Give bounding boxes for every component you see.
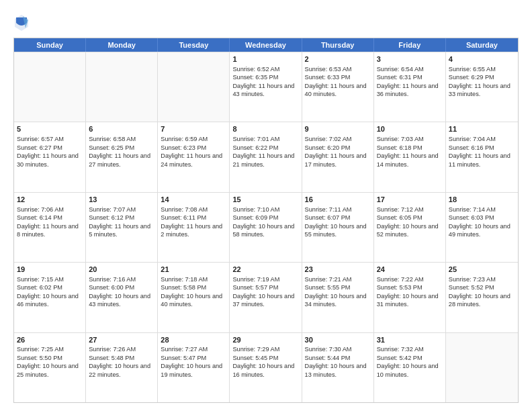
daylight-text: Daylight: 10 hours and 46 minutes.	[17, 293, 79, 308]
daylight-text: Daylight: 11 hours and 11 minutes.	[449, 152, 511, 167]
calendar-row: 26Sunrise: 7:25 AMSunset: 5:50 PMDayligh…	[14, 332, 518, 402]
calendar-cell: 16Sunrise: 7:11 AMSunset: 6:07 PMDayligh…	[302, 193, 374, 262]
sunset-text: Sunset: 6:14 PM	[17, 214, 62, 221]
day-number: 20	[89, 265, 154, 275]
sunrise-text: Sunrise: 7:06 AM	[17, 206, 64, 213]
daylight-text: Daylight: 10 hours and 19 minutes.	[161, 363, 222, 377]
calendar-cell: 30Sunrise: 7:30 AMSunset: 5:44 PMDayligh…	[302, 333, 374, 402]
sunset-text: Sunset: 6:05 PM	[377, 214, 423, 221]
calendar-cell: 3Sunrise: 6:54 AMSunset: 6:31 PMDaylight…	[374, 52, 446, 122]
calendar-cell: 27Sunrise: 7:26 AMSunset: 5:48 PMDayligh…	[86, 333, 158, 402]
calendar-cell	[14, 52, 86, 122]
calendar-cell	[446, 333, 518, 402]
sunset-text: Sunset: 6:25 PM	[89, 144, 134, 151]
sunset-text: Sunset: 5:52 PM	[449, 284, 494, 291]
daylight-text: Daylight: 11 hours and 40 minutes.	[305, 83, 367, 97]
sunrise-text: Sunrise: 7:02 AM	[305, 136, 352, 142]
daylight-text: Daylight: 11 hours and 8 minutes.	[17, 223, 79, 238]
sunrise-text: Sunrise: 7:15 AM	[17, 276, 64, 283]
day-number: 24	[377, 265, 443, 275]
calendar-cell: 17Sunrise: 7:12 AMSunset: 6:05 PMDayligh…	[374, 193, 446, 262]
day-number: 14	[161, 195, 226, 205]
daylight-text: Daylight: 10 hours and 37 minutes.	[232, 293, 294, 308]
day-number: 29	[232, 335, 298, 345]
sunrise-text: Sunrise: 7:08 AM	[161, 206, 208, 213]
daylight-text: Daylight: 10 hours and 25 minutes.	[17, 363, 79, 377]
sunset-text: Sunset: 6:11 PM	[161, 214, 206, 221]
sunset-text: Sunset: 6:20 PM	[305, 144, 351, 151]
sunrise-text: Sunrise: 6:57 AM	[17, 136, 64, 142]
day-number: 28	[161, 335, 226, 345]
daylight-text: Daylight: 10 hours and 49 minutes.	[449, 223, 511, 238]
calendar-cell: 24Sunrise: 7:22 AMSunset: 5:53 PMDayligh…	[374, 263, 446, 332]
daylight-text: Daylight: 10 hours and 22 minutes.	[89, 363, 150, 377]
weekday-header: Monday	[86, 38, 158, 52]
calendar-row: 19Sunrise: 7:15 AMSunset: 6:02 PMDayligh…	[14, 262, 518, 332]
sunset-text: Sunset: 6:18 PM	[377, 144, 423, 151]
calendar-cell: 23Sunrise: 7:21 AMSunset: 5:55 PMDayligh…	[302, 263, 374, 332]
page: SundayMondayTuesdayWednesdayThursdayFrid…	[0, 0, 532, 411]
daylight-text: Daylight: 11 hours and 30 minutes.	[17, 152, 79, 167]
sunset-text: Sunset: 6:12 PM	[89, 214, 134, 221]
day-number: 8	[232, 124, 298, 134]
day-number: 22	[232, 265, 298, 275]
sunrise-text: Sunrise: 6:55 AM	[449, 66, 496, 73]
logo-icon	[13, 13, 30, 32]
day-number: 19	[17, 265, 83, 275]
calendar-cell: 7Sunrise: 6:59 AMSunset: 6:23 PMDaylight…	[158, 122, 230, 191]
day-number: 9	[305, 124, 371, 134]
sunrise-text: Sunrise: 7:30 AM	[305, 346, 352, 353]
logo	[13, 13, 32, 32]
sunrise-text: Sunrise: 7:01 AM	[232, 136, 279, 142]
calendar: SundayMondayTuesdayWednesdayThursdayFrid…	[13, 38, 519, 403]
sunset-text: Sunset: 6:16 PM	[449, 144, 494, 151]
calendar-cell: 6Sunrise: 6:58 AMSunset: 6:25 PMDaylight…	[86, 122, 158, 191]
calendar-row: 1Sunrise: 6:52 AMSunset: 6:35 PMDaylight…	[14, 52, 518, 122]
daylight-text: Daylight: 11 hours and 21 minutes.	[232, 152, 294, 167]
day-number: 4	[449, 54, 515, 64]
sunset-text: Sunset: 6:00 PM	[89, 284, 134, 291]
calendar-row: 5Sunrise: 6:57 AMSunset: 6:27 PMDaylight…	[14, 122, 518, 191]
daylight-text: Daylight: 11 hours and 5 minutes.	[89, 223, 150, 238]
calendar-cell	[158, 52, 230, 122]
day-number: 21	[161, 265, 226, 275]
sunrise-text: Sunrise: 7:22 AM	[377, 276, 424, 283]
calendar-cell: 9Sunrise: 7:02 AMSunset: 6:20 PMDaylight…	[302, 122, 374, 191]
day-number: 17	[377, 195, 443, 205]
day-number: 5	[17, 124, 83, 134]
sunrise-text: Sunrise: 6:54 AM	[377, 66, 424, 73]
sunrise-text: Sunrise: 7:21 AM	[305, 276, 352, 283]
header	[13, 11, 519, 32]
day-number: 6	[89, 124, 154, 134]
sunrise-text: Sunrise: 7:11 AM	[305, 206, 352, 213]
calendar-cell: 12Sunrise: 7:06 AMSunset: 6:14 PMDayligh…	[14, 193, 86, 262]
sunrise-text: Sunrise: 7:19 AM	[232, 276, 279, 283]
daylight-text: Daylight: 11 hours and 27 minutes.	[89, 152, 150, 167]
sunrise-text: Sunrise: 6:59 AM	[161, 136, 208, 142]
sunrise-text: Sunrise: 7:12 AM	[377, 206, 424, 213]
daylight-text: Daylight: 10 hours and 13 minutes.	[305, 363, 367, 377]
calendar-cell: 5Sunrise: 6:57 AMSunset: 6:27 PMDaylight…	[14, 122, 86, 191]
daylight-text: Daylight: 10 hours and 52 minutes.	[377, 223, 439, 238]
sunset-text: Sunset: 5:42 PM	[377, 355, 423, 361]
calendar-cell: 10Sunrise: 7:03 AMSunset: 6:18 PMDayligh…	[374, 122, 446, 191]
sunset-text: Sunset: 5:58 PM	[161, 284, 206, 291]
sunset-text: Sunset: 5:44 PM	[305, 355, 351, 361]
sunset-text: Sunset: 6:07 PM	[305, 214, 351, 221]
calendar-cell: 18Sunrise: 7:14 AMSunset: 6:03 PMDayligh…	[446, 193, 518, 262]
daylight-text: Daylight: 10 hours and 58 minutes.	[232, 223, 294, 238]
weekday-header: Friday	[374, 38, 446, 52]
sunrise-text: Sunrise: 7:29 AM	[232, 346, 279, 353]
calendar-cell: 21Sunrise: 7:18 AMSunset: 5:58 PMDayligh…	[158, 263, 230, 332]
calendar-cell: 2Sunrise: 6:53 AMSunset: 6:33 PMDaylight…	[302, 52, 374, 122]
sunset-text: Sunset: 5:45 PM	[232, 355, 278, 361]
sunrise-text: Sunrise: 6:58 AM	[89, 136, 136, 142]
daylight-text: Daylight: 10 hours and 43 minutes.	[89, 293, 150, 308]
sunset-text: Sunset: 6:31 PM	[377, 74, 423, 81]
calendar-cell: 19Sunrise: 7:15 AMSunset: 6:02 PMDayligh…	[14, 263, 86, 332]
day-number: 16	[305, 195, 371, 205]
sunset-text: Sunset: 6:33 PM	[305, 74, 351, 81]
daylight-text: Daylight: 10 hours and 55 minutes.	[305, 223, 367, 238]
day-number: 13	[89, 195, 154, 205]
weekday-header: Wednesday	[230, 38, 302, 52]
